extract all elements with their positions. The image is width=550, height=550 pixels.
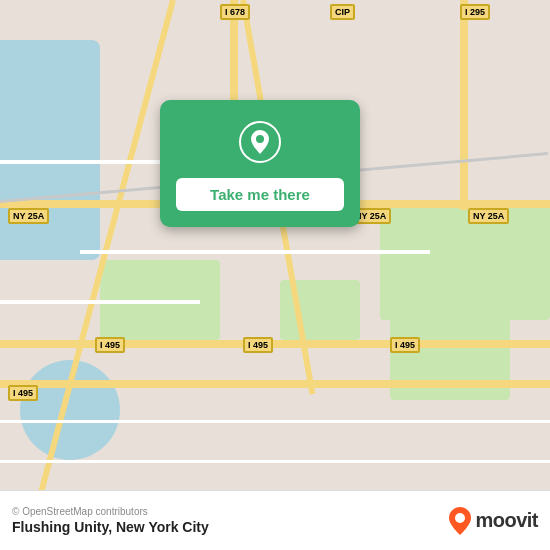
map-view: I 678 I 295 CIP NY 25A NY 25A NY 25A I 4…: [0, 0, 550, 490]
highway-label-ny25a-3: NY 25A: [468, 208, 509, 224]
road-white-3: [0, 300, 200, 304]
water-body: [0, 40, 100, 260]
green-area-4: [380, 200, 550, 320]
road-i295: [460, 0, 468, 210]
highway-label-i495-4: I 495: [8, 385, 38, 401]
highway-label-i495-3: I 495: [390, 337, 420, 353]
moovit-text: moovit: [475, 509, 538, 532]
popup-card: Take me there: [160, 100, 360, 227]
road-white-2: [80, 250, 430, 254]
road-white-4: [0, 420, 550, 423]
moovit-logo: moovit: [449, 507, 538, 535]
location-name: Flushing Unity, New York City: [12, 519, 209, 535]
highway-label-ny25a-1: NY 25A: [8, 208, 49, 224]
bottom-left: © OpenStreetMap contributors Flushing Un…: [12, 506, 209, 535]
highway-label-i495-2: I 495: [243, 337, 273, 353]
highway-label-i295: I 295: [460, 4, 490, 20]
bottom-bar: © OpenStreetMap contributors Flushing Un…: [0, 490, 550, 550]
highway-label-i495-1: I 495: [95, 337, 125, 353]
svg-point-1: [256, 135, 264, 143]
copyright-text: © OpenStreetMap contributors: [12, 506, 209, 517]
location-pin-icon: [238, 120, 282, 164]
road-i495-lower: [0, 380, 550, 388]
take-me-there-button[interactable]: Take me there: [176, 178, 344, 211]
road-white-5: [0, 460, 550, 463]
moovit-pin-icon: [449, 507, 471, 535]
highway-label-i678: I 678: [220, 4, 250, 20]
svg-point-2: [455, 513, 465, 523]
highway-label-cip: CIP: [330, 4, 355, 20]
